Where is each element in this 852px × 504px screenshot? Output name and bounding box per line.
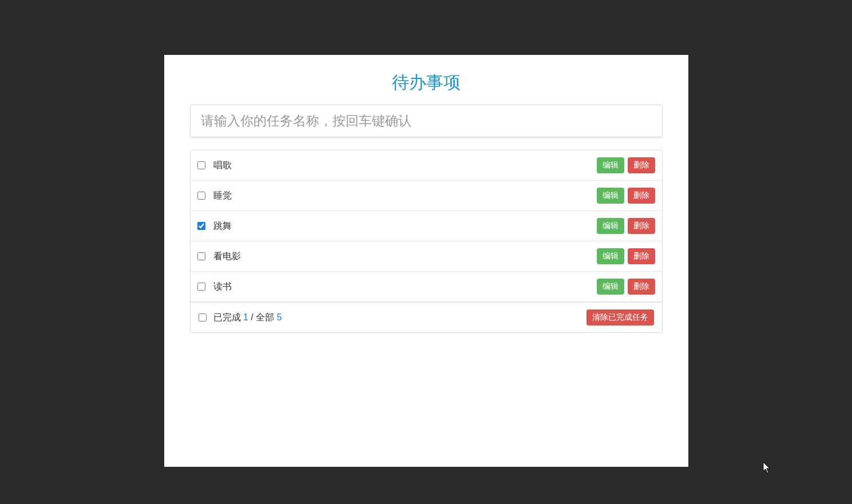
task-checkbox[interactable]	[197, 252, 205, 260]
edit-button[interactable]: 编辑	[597, 248, 624, 264]
footer-sep: /	[251, 312, 256, 322]
footer-status: 已完成 1 / 全部 5	[213, 312, 587, 324]
edit-button[interactable]: 编辑	[597, 218, 624, 234]
total-prefix: 全部	[256, 312, 274, 322]
task-checkbox[interactable]	[197, 222, 205, 230]
delete-button[interactable]: 删除	[628, 218, 655, 234]
task-input[interactable]	[191, 105, 662, 137]
task-row: 看电影 编辑 删除	[191, 241, 662, 272]
task-label: 读书	[213, 281, 593, 293]
task-label: 跳舞	[213, 220, 593, 232]
cursor-icon	[763, 462, 771, 474]
select-all-checkbox[interactable]	[199, 313, 207, 322]
done-count: 1	[243, 312, 248, 322]
delete-button[interactable]: 删除	[628, 188, 655, 204]
done-prefix: 已完成	[213, 312, 241, 322]
edit-button[interactable]: 编辑	[597, 157, 624, 173]
delete-button[interactable]: 删除	[628, 157, 655, 173]
total-count: 5	[277, 312, 282, 322]
delete-button[interactable]: 删除	[628, 248, 655, 264]
task-checkbox[interactable]	[197, 161, 205, 169]
app-container: 待办事项 唱歌 编辑 删除 睡觉 编辑 删除 跳舞 编辑 删除 看电影 编辑 删…	[164, 55, 688, 467]
clear-completed-button[interactable]: 清除已完成任务	[587, 309, 654, 326]
task-label: 看电影	[213, 251, 593, 263]
page-title: 待办事项	[190, 71, 663, 94]
edit-button[interactable]: 编辑	[597, 279, 624, 295]
task-list: 唱歌 编辑 删除 睡觉 编辑 删除 跳舞 编辑 删除 看电影 编辑 删除 读书 …	[190, 150, 663, 333]
task-input-container	[190, 105, 663, 137]
task-label: 唱歌	[213, 160, 593, 172]
task-checkbox[interactable]	[197, 192, 205, 200]
footer-row: 已完成 1 / 全部 5 清除已完成任务	[191, 302, 662, 332]
task-row: 唱歌 编辑 删除	[191, 150, 662, 181]
task-row: 跳舞 编辑 删除	[191, 211, 662, 241]
task-row: 读书 编辑 删除	[191, 272, 662, 302]
edit-button[interactable]: 编辑	[597, 188, 624, 204]
task-row: 睡觉 编辑 删除	[191, 181, 662, 211]
delete-button[interactable]: 删除	[628, 279, 655, 295]
task-label: 睡觉	[213, 190, 593, 202]
task-checkbox[interactable]	[197, 283, 205, 291]
